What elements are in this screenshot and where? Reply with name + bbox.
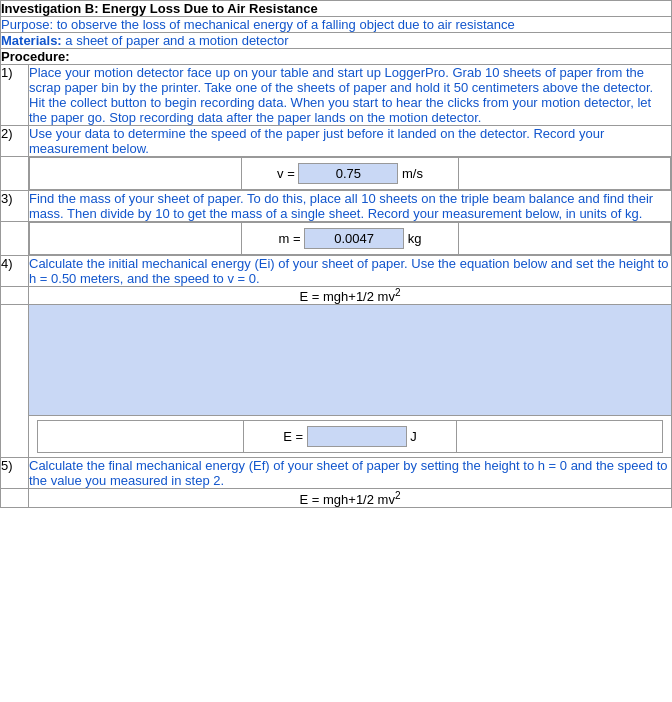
step1-num: 1) [1,65,29,126]
step3-number: 3) [1,191,13,206]
step4-content: Calculate the initial mechanical energy … [29,256,672,287]
step4-final-middle: E = J [244,421,457,453]
step2-left-cell [30,158,242,190]
step2-unit: m/s [402,166,423,181]
step4-text: Calculate the initial mechanical energy … [29,256,669,286]
step3-input-row: m = 0.0047 kg [29,222,672,256]
step5-equation-text: E = mgh+1/2 mv2 [300,492,401,507]
step4-var: E = [283,429,303,444]
step3-input-spacer [1,222,29,256]
investigation-title: Investigation B: Energy Loss Due to Air … [1,1,672,17]
step4-num: 4) [1,256,29,287]
step3-unit: kg [408,231,422,246]
step4-eq-spacer [1,287,29,305]
step4-final-left [38,421,244,453]
step4-blue-spacer [1,305,29,458]
step1-number: 1) [1,65,13,80]
step4-equation-text: E = mgh+1/2 mv2 [300,289,401,304]
step5-number: 5) [1,458,13,473]
step4-number: 4) [1,256,13,271]
procedure-label-row: Procedure: [1,49,672,65]
step3-text: Find the mass of your sheet of paper. To… [29,191,653,221]
step5-content: Calculate the final mechanical energy (E… [29,458,672,489]
step2-var: v = [277,166,295,181]
step5-equation-row: E = mgh+1/2 mv2 [29,489,672,507]
step2-input-spacer [1,157,29,191]
step2-num: 2) [1,126,29,157]
step2-input-row: v = 0.75 m/s [29,157,672,191]
step4-blue-work-area[interactable] [29,305,671,415]
materials-row: Materials: a sheet of paper and a motion… [1,33,672,49]
step2-number: 2) [1,126,13,141]
step4-final-right [456,421,662,453]
step2-middle-cell: v = 0.75 m/s [241,158,459,190]
step2-content: Use your data to determine the speed of … [29,126,672,157]
step4-value-field[interactable] [307,426,407,447]
step3-right-cell [459,223,671,255]
step4-equation-row: E = mgh+1/2 mv2 [29,287,672,305]
step2-text: Use your data to determine the speed of … [29,126,604,156]
step4-unit: J [410,429,417,444]
step3-var: m = [278,231,300,246]
step5-text: Calculate the final mechanical energy (E… [29,458,668,488]
step5-eq-spacer [1,489,29,507]
step1-text: Place your motion detector face up on yo… [29,65,653,125]
step1-content: Place your motion detector face up on yo… [29,65,672,126]
procedure-label: Procedure: [1,49,70,64]
step2-right-cell [459,158,671,190]
purpose-text: Purpose: to observe the loss of mechanic… [1,17,515,32]
materials-label: Materials: [1,33,62,48]
step3-content: Find the mass of your sheet of paper. To… [29,191,672,222]
step3-value-field[interactable]: 0.0047 [304,228,404,249]
title-text: Investigation B: Energy Loss Due to Air … [1,1,318,16]
step4-work-area: E = J [29,305,672,458]
step4-final-input: E = J [29,415,671,457]
step3-left-cell [30,223,242,255]
step3-num: 3) [1,191,29,222]
materials-text: a sheet of paper and a motion detector [62,33,289,48]
step5-num: 5) [1,458,29,489]
step3-middle-cell: m = 0.0047 kg [241,223,459,255]
step2-value-field[interactable]: 0.75 [298,163,398,184]
purpose-row: Purpose: to observe the loss of mechanic… [1,17,672,33]
